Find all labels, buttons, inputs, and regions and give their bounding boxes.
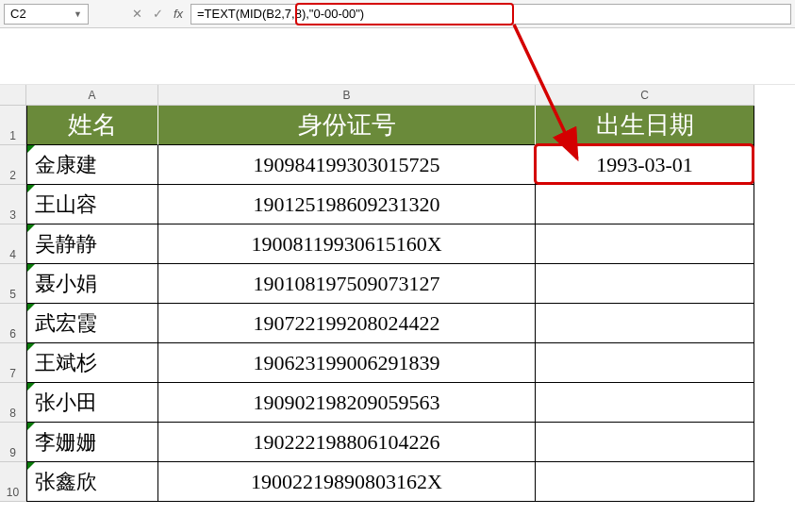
cell-id[interactable]: 190125198609231320	[158, 185, 536, 224]
cell-dob[interactable]	[536, 185, 754, 224]
cell-name[interactable]: 武宏霞	[26, 304, 158, 343]
cell-id[interactable]: 190108197509073127	[158, 264, 536, 304]
formula-bar: C2 ▼ ✕ ✓ fx =TEXT(MID(B2,7,8),"0-00-00")	[0, 0, 795, 28]
cell-id[interactable]: 190722199208024422	[158, 304, 536, 343]
spreadsheet: 1 2 3 4 5 6 7 8 9 10 A B C 姓名 身份证号 出生日期 …	[0, 85, 795, 502]
cell-dob[interactable]	[536, 264, 754, 304]
cancel-icon[interactable]: ✕	[126, 4, 147, 25]
cell-name[interactable]: 王山容	[26, 185, 158, 224]
row-header-column: 1 2 3 4 5 6 7 8 9 10	[0, 85, 26, 502]
cell-name[interactable]: 张小田	[26, 383, 158, 423]
cell-id[interactable]: 190222198806104226	[158, 423, 536, 462]
table-row: 金康建 190984199303015725 1993-03-01	[26, 145, 795, 185]
row-header-1[interactable]: 1	[0, 106, 26, 145]
row-header-6[interactable]: 6	[0, 304, 26, 343]
cell-name[interactable]: 吴静静	[26, 224, 158, 264]
error-indicator-icon	[27, 423, 35, 430]
row-header-4[interactable]: 4	[0, 224, 26, 264]
error-indicator-icon	[27, 343, 35, 351]
name-box-value: C2	[10, 7, 26, 21]
cell-id[interactable]: 190984199303015725	[158, 145, 536, 185]
table-row: 武宏霞 190722199208024422	[26, 304, 795, 343]
cell-id[interactable]: 190623199006291839	[158, 343, 536, 383]
cell-name[interactable]: 王斌杉	[26, 343, 158, 383]
table-row: 李姗姗 190222198806104226	[26, 423, 795, 462]
table-header-row: 姓名 身份证号 出生日期	[26, 106, 795, 145]
row-header-9[interactable]: 9	[0, 423, 26, 462]
row-header-3[interactable]: 3	[0, 185, 26, 224]
cell-dob[interactable]	[536, 423, 754, 462]
cell-dob[interactable]	[536, 224, 754, 264]
header-dob[interactable]: 出生日期	[536, 106, 754, 145]
cell-name[interactable]: 金康建	[26, 145, 158, 185]
chevron-down-icon[interactable]: ▼	[74, 9, 82, 19]
select-all-corner[interactable]	[0, 85, 26, 106]
name-box[interactable]: C2 ▼	[4, 4, 89, 25]
cell-dob[interactable]	[536, 462, 754, 502]
row-header-2[interactable]: 2	[0, 145, 26, 185]
row-header-8[interactable]: 8	[0, 383, 26, 423]
header-name[interactable]: 姓名	[26, 106, 158, 145]
cell-id[interactable]: 19008119930615160X	[158, 224, 536, 264]
cell-name[interactable]: 张鑫欣	[26, 462, 158, 502]
cell-id[interactable]: 190902198209059563	[158, 383, 536, 423]
row-header-5[interactable]: 5	[0, 264, 26, 304]
error-indicator-icon	[27, 264, 35, 272]
header-id[interactable]: 身份证号	[158, 106, 536, 145]
col-header-B[interactable]: B	[158, 85, 536, 106]
error-indicator-icon	[27, 304, 35, 311]
fx-icon[interactable]: fx	[168, 4, 189, 25]
cell-name[interactable]: 聂小娟	[26, 264, 158, 304]
error-indicator-icon	[27, 185, 35, 192]
row-header-7[interactable]: 7	[0, 343, 26, 383]
error-indicator-icon	[27, 462, 35, 470]
grid: A B C 姓名 身份证号 出生日期 金康建 19098419930301572…	[26, 85, 795, 502]
col-header-A[interactable]: A	[26, 85, 158, 106]
error-indicator-icon	[27, 224, 35, 232]
formula-text: =TEXT(MID(B2,7,8),"0-00-00")	[191, 7, 370, 21]
table-row: 聂小娟 190108197509073127	[26, 264, 795, 304]
error-indicator-icon	[27, 145, 35, 153]
table-row: 张鑫欣 19002219890803162X	[26, 462, 795, 502]
column-header-row: A B C	[26, 85, 795, 106]
row-header-10[interactable]: 10	[0, 462, 26, 502]
confirm-icon[interactable]: ✓	[147, 4, 168, 25]
table-row: 张小田 190902198209059563	[26, 383, 795, 423]
cell-dob[interactable]	[536, 383, 754, 423]
cell-dob[interactable]	[536, 304, 754, 343]
cell-name[interactable]: 李姗姗	[26, 423, 158, 462]
col-header-C[interactable]: C	[536, 85, 754, 106]
table-row: 吴静静 19008119930615160X	[26, 224, 795, 264]
table-row: 王斌杉 190623199006291839	[26, 343, 795, 383]
cell-id[interactable]: 19002219890803162X	[158, 462, 536, 502]
cell-dob[interactable]	[536, 343, 754, 383]
cell-dob[interactable]: 1993-03-01	[536, 145, 754, 185]
error-indicator-icon	[27, 383, 35, 391]
formula-input[interactable]: =TEXT(MID(B2,7,8),"0-00-00")	[190, 4, 791, 25]
table-row: 王山容 190125198609231320	[26, 185, 795, 224]
